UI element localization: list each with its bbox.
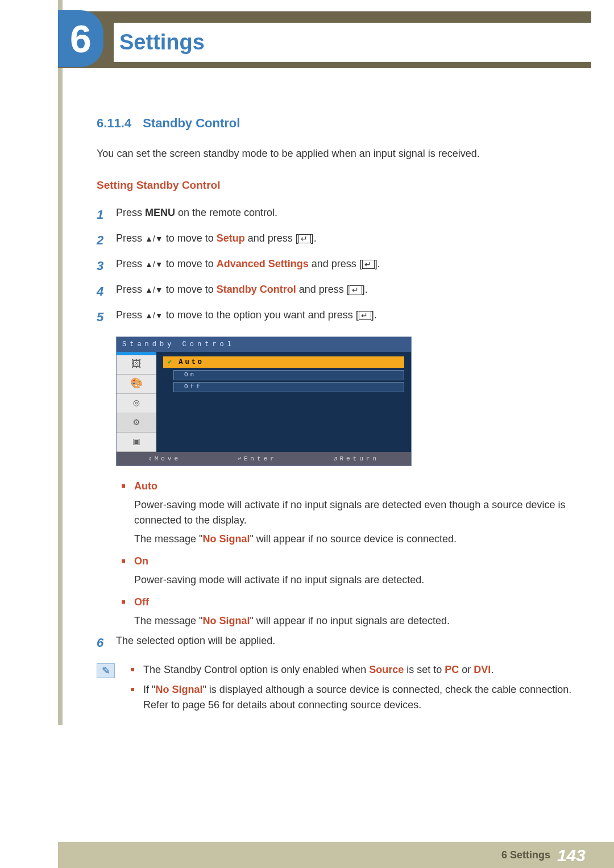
bullet-icon (122, 484, 125, 488)
step-6: 6 The selected option will be applied. (97, 633, 580, 652)
enter-icon (298, 234, 311, 243)
osd-picture-icon: 🖼 (117, 355, 156, 375)
osd-sound-icon: 🎨 (117, 375, 156, 394)
section-heading: 6.11.4 Standby Control (97, 114, 580, 132)
target-advanced-settings: Advanced Settings (217, 258, 309, 269)
step-4: 4 Press ▲/▼ to move to Standby Control a… (97, 282, 580, 301)
bullet-icon (131, 688, 134, 691)
no-signal-text: No Signal (155, 684, 202, 695)
no-signal-text: No Signal (202, 615, 250, 626)
bullet-icon (131, 668, 134, 671)
osd-option-off: Off (173, 382, 404, 392)
intro-text: You can set the screen standby mode to b… (97, 146, 580, 161)
section-title: Standby Control (143, 116, 240, 130)
updown-icon: ▲/▼ (145, 311, 163, 320)
step-number: 4 (97, 282, 116, 301)
osd-screenshot: Standby Control 🖼 🎨 ◎ ⚙ ▣ ✔Auto On Off ⇕… (116, 337, 412, 467)
option-desc: Power-saving mode will activate if no in… (134, 497, 580, 528)
step-body: The selected option will be applied. (116, 633, 580, 649)
step-body: Press ▲/▼ to move to Setup and press []. (116, 231, 580, 246)
note-text: If "No Signal" is displayed although a s… (143, 682, 580, 713)
chapter-badge: 6 (58, 10, 103, 67)
note-block: ✎ The Standby Control option is only ena… (97, 662, 580, 717)
updown-icon: ▲/▼ (145, 260, 163, 269)
updown-icon: ▲/▼ (145, 234, 163, 243)
option-off: Off The message "No Signal" will appear … (116, 595, 580, 629)
step-number: 1 (97, 205, 116, 224)
procedure-heading: Setting Standby Control (97, 177, 580, 194)
step-body: Press MENU on the remote control. (116, 205, 580, 221)
move-icon: ⇕ (148, 455, 152, 462)
enter-icon (362, 260, 375, 269)
osd-main: ✔Auto On Off (156, 352, 411, 452)
option-title-auto: Auto (134, 479, 157, 494)
osd-option-auto: ✔Auto (163, 356, 404, 368)
content-region: 6.11.4 Standby Control You can set the s… (97, 114, 580, 717)
osd-multi-icon: ▣ (117, 433, 156, 452)
step-number: 5 (97, 308, 116, 326)
step-number: 2 (97, 231, 116, 250)
return-icon: ↺ (334, 455, 338, 462)
chapter-title: Settings (114, 23, 614, 62)
note-text: The Standby Control option is only enabl… (143, 662, 493, 678)
enter-icon (359, 311, 371, 320)
step-2: 2 Press ▲/▼ to move to Setup and press [… (97, 231, 580, 250)
osd-title: Standby Control (117, 337, 411, 352)
step-3: 3 Press ▲/▼ to move to Advanced Settings… (97, 256, 580, 275)
footer-bar: 6 Settings 143 (58, 842, 614, 868)
option-desc: The message "No Signal" will appear if n… (134, 613, 580, 629)
page-number: 143 (557, 842, 586, 868)
check-icon: ✔ (168, 357, 174, 367)
osd-return-hint: ↺Return (334, 454, 379, 464)
step-list: 1 Press MENU on the remote control. 2 Pr… (97, 205, 580, 326)
menu-key: MENU (145, 207, 175, 218)
bullet-icon (122, 559, 125, 563)
footer-chapter-label: 6 Settings (501, 848, 550, 863)
note-item: The Standby Control option is only enabl… (125, 662, 580, 678)
updown-icon: ▲/▼ (145, 285, 163, 294)
step-5: 5 Press ▲/▼ to move to the option you wa… (97, 308, 580, 326)
osd-option-on: On (173, 370, 404, 380)
document-page: 6 Settings 6.11.4 Standby Control You ca… (0, 0, 614, 868)
step-body: Press ▲/▼ to move to the option you want… (116, 308, 580, 323)
option-desc: The message "No Signal" will appear if n… (134, 531, 580, 547)
option-desc: Power-saving mode will activate if no in… (134, 572, 580, 588)
step-number: 6 (97, 633, 116, 652)
enter-icon: ⏎ (238, 455, 242, 462)
osd-setup-icon: ⚙ (117, 413, 156, 433)
step-1: 1 Press MENU on the remote control. (97, 205, 580, 224)
bullet-icon (122, 600, 125, 604)
osd-body: 🖼 🎨 ◎ ⚙ ▣ ✔Auto On Off (117, 352, 411, 452)
chapter-number: 6 (70, 10, 92, 68)
note-icon: ✎ (97, 663, 115, 678)
step-body: Press ▲/▼ to move to Standby Control and… (116, 282, 580, 297)
option-on: On Power-saving mode will activate if no… (116, 554, 580, 588)
sidebar-stripe (58, 0, 63, 725)
step-list-cont: 6 The selected option will be applied. (97, 633, 580, 652)
osd-move-hint: ⇕Move (148, 454, 181, 464)
osd-footer: ⇕Move ⏎Enter ↺Return (117, 452, 411, 466)
target-standby-control: Standby Control (217, 284, 296, 295)
note-list: The Standby Control option is only enabl… (125, 662, 580, 717)
target-setup: Setup (217, 232, 245, 244)
note-item: If "No Signal" is displayed although a s… (125, 682, 580, 713)
step-number: 3 (97, 256, 116, 275)
osd-channel-icon: ◎ (117, 394, 156, 413)
option-title-on: On (134, 554, 148, 569)
enter-icon (350, 285, 362, 294)
section-number: 6.11.4 (97, 116, 131, 130)
osd-enter-hint: ⏎Enter (238, 454, 277, 464)
osd-icon-column: 🖼 🎨 ◎ ⚙ ▣ (117, 352, 156, 452)
option-auto: Auto Power-saving mode will activate if … (116, 479, 580, 547)
step-body: Press ▲/▼ to move to Advanced Settings a… (116, 256, 580, 272)
option-title-off: Off (134, 595, 149, 610)
no-signal-text: No Signal (202, 533, 250, 545)
